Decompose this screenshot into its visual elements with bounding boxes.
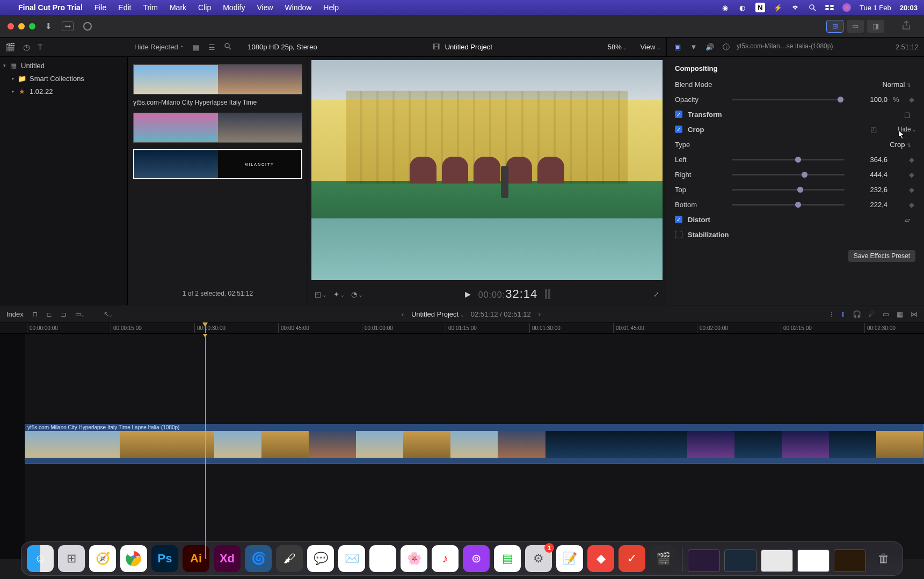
dock-settings[interactable]: ⚙1 [525,545,552,572]
transitions-browser-icon[interactable]: ⋈ [911,310,918,318]
overwrite-clip-icon[interactable]: ▭⌵ [75,310,84,318]
dock-min-window[interactable] [688,549,720,572]
snapping-icon[interactable]: ☄ [869,310,875,318]
distort-checkbox[interactable]: ✓ [675,216,682,223]
transform-checkbox[interactable]: ✓ [675,111,682,118]
background-tasks-button[interactable] [83,22,92,31]
append-clip-icon[interactable]: ⊐ [61,310,67,318]
dock-maps[interactable]: 🗺 [369,545,396,572]
menu-file[interactable]: File [94,3,107,12]
dock-messenger[interactable]: 💬 [307,545,334,572]
playhead[interactable] [205,323,206,333]
opacity-value[interactable]: 100,0 [850,96,887,104]
dock-music[interactable]: ♪ [432,545,459,572]
viewer-timecode[interactable]: 00:00:32:14 [478,287,538,301]
dock-numbers[interactable]: ▤ [494,545,521,572]
dock-trash[interactable]: 🗑 [870,545,897,572]
search-icon[interactable] [224,42,231,52]
timeline-project-menu[interactable]: Untitled Project ⌵ [411,310,463,318]
dock-todoist[interactable]: ✓ [619,545,645,572]
enhance-tool-menu[interactable]: ✦ ⌵ [333,290,344,298]
notion-icon[interactable]: N [755,3,765,12]
dock-blender[interactable]: 🌀 [245,545,272,572]
list-view-icon[interactable]: ☰ [208,43,215,52]
menu-window[interactable]: Window [285,3,312,12]
viewer-view-menu[interactable]: View ⌵ [640,43,660,51]
sidebar-library-root[interactable]: ▾▦ Untitled [0,59,127,72]
dock-photos[interactable]: 🌸 [401,545,427,572]
color-inspector-tab[interactable]: ▼ [688,43,699,51]
skimming-icon[interactable]: ⫶ [830,310,834,318]
browser-clip-thumb[interactable] [133,64,302,94]
playhead-line[interactable] [205,334,206,559]
crop-type-dropdown[interactable]: Crop ⇅ [890,141,911,149]
crop-left-slider[interactable] [732,159,845,160]
audio-skimming-icon[interactable]: ⫿ [841,310,845,318]
effects-browser-icon[interactable]: ▦ [897,310,903,318]
screenrecord-icon[interactable]: ◉ [721,3,730,12]
crop-top-slider[interactable] [732,189,845,190]
control-center-icon[interactable] [825,3,834,12]
dock-podcasts[interactable]: ⊚ [463,545,490,572]
timeline-clip[interactable]: yt5s.com-Milano City Hyperlapse Italy Ti… [25,424,924,464]
timeline-index-button[interactable]: Index [6,310,24,318]
transform-tool-menu[interactable]: ◰ ⌵ [315,290,326,298]
wifi-icon[interactable] [791,3,799,12]
dock-min-window[interactable] [724,549,756,572]
layout-inspector-button[interactable]: ◨ [867,20,884,33]
audio-meters-icon[interactable] [545,289,550,299]
library-tab-icon[interactable]: 🎬 [5,42,16,52]
dock-mail[interactable]: ✉️ [338,545,365,572]
timeline-next-edit-icon[interactable]: › [539,310,541,318]
status-orb-icon[interactable]: ◐ [738,3,747,12]
menu-modify[interactable]: Modify [223,3,245,12]
dock-min-window[interactable] [834,549,866,572]
solo-icon[interactable]: 🎧 [853,310,861,318]
crop-checkbox[interactable]: ✓ [675,126,682,133]
retime-tool-menu[interactable]: ◔ ⌵ [351,290,362,298]
save-effects-preset-button[interactable]: Save Effects Preset [848,250,915,262]
video-inspector-tab[interactable]: ▣ [672,43,683,51]
dock-min-window[interactable] [797,549,830,572]
crop-bottom-value[interactable]: 222,4 [850,201,887,209]
crop-top-value[interactable]: 232,6 [850,186,887,194]
connect-clip-icon[interactable]: ⊓ [32,310,38,318]
audio-inspector-tab[interactable]: 🔊 [704,43,715,51]
sidebar-event[interactable]: ▸★ 1.02.22 [0,85,127,98]
reset-icon[interactable]: ◆ [908,201,915,209]
filter-menu[interactable]: Hide Rejected ⌃ [134,43,184,51]
layout-browser-button[interactable]: ⊞ [826,20,843,33]
photos-tab-icon[interactable]: ◷ [23,42,30,52]
dock-krita[interactable]: 🖌 [276,545,303,572]
crop-hide-toggle[interactable]: Hide ⌵ [898,126,915,133]
blend-mode-dropdown[interactable]: Normal ⇅ [882,80,911,89]
dock-launchpad[interactable]: ⊞ [58,545,85,572]
viewer-zoom-menu[interactable]: 58% ⌵ [608,43,627,51]
browser-clip-thumb[interactable] [133,113,302,143]
dock-safari[interactable]: 🧭 [89,545,116,572]
menubar-date[interactable]: Tue 1 Feb [860,4,891,12]
fullscreen-window-button[interactable] [29,23,35,30]
app-name[interactable]: Final Cut Pro Trial [18,3,83,12]
battery-icon[interactable]: ⚡ [774,3,782,12]
fullscreen-viewer-button[interactable]: ⤢ [653,290,659,298]
crop-right-slider[interactable] [732,174,845,175]
dock-chrome[interactable] [120,545,147,572]
dock-xd[interactable]: Xd [214,545,241,572]
menu-mark[interactable]: Mark [170,3,186,12]
crop-onscreen-icon[interactable]: ◰ [865,126,882,134]
keyword-button[interactable]: ⊶ [62,21,74,31]
viewer-canvas[interactable] [311,60,663,280]
arrow-tool-icon[interactable]: ↖⌵ [104,310,112,318]
reset-icon[interactable]: ◆ [908,156,915,164]
dock-photoshop[interactable]: Ps [151,545,178,572]
crop-right-value[interactable]: 444,4 [850,171,887,179]
insert-clip-icon[interactable]: ⊏ [46,310,52,318]
menubar-time[interactable]: 20:03 [900,4,918,12]
sidebar-smart-collections[interactable]: ▸📁 Smart Collections [0,72,127,85]
reset-icon[interactable]: ◆ [908,171,915,179]
timeline-ruler[interactable]: 00:00:00:00 00:00:15:00 00:00:30:00 00:0… [0,323,924,334]
siri-icon[interactable] [842,3,851,12]
menu-clip[interactable]: Clip [198,3,211,12]
layout-timeline-button[interactable]: ▭ [847,20,864,33]
